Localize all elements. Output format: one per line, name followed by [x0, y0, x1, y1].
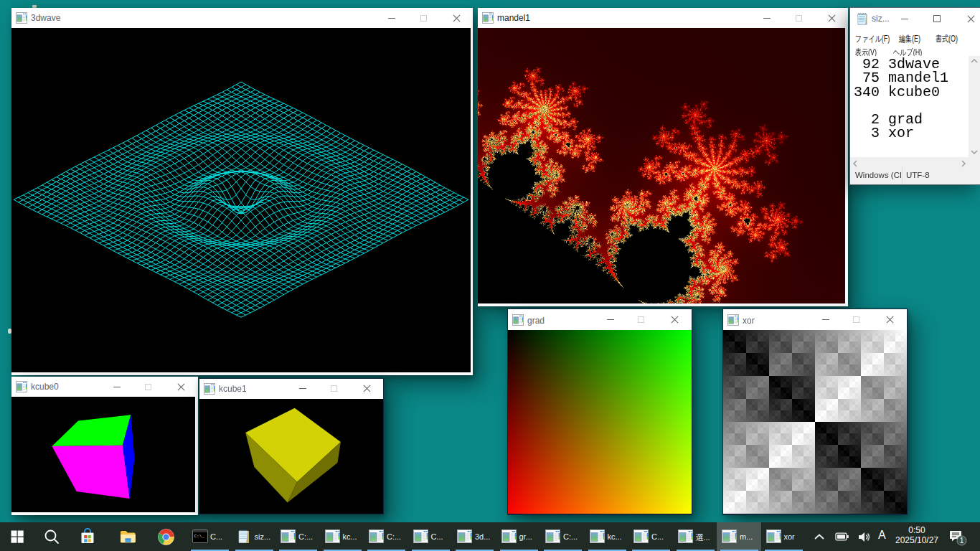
svg-text:C:\_: C:\_ — [194, 534, 205, 539]
svg-text:1: 1 — [960, 537, 964, 545]
